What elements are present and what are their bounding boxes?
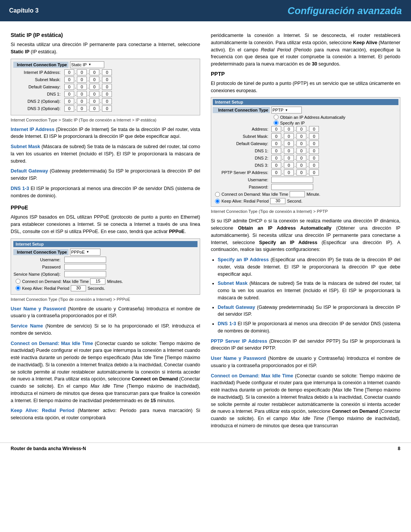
pptp-ip-4[interactable]: 0 xyxy=(309,126,319,132)
psm-3[interactable]: 0 xyxy=(296,133,306,139)
pptp-auto-radio[interactable] xyxy=(274,115,279,120)
internet-ip-term: Internet IP Address xyxy=(11,127,54,132)
d1-2[interactable]: 0 xyxy=(77,91,87,97)
pptp-type-label: Internet Connection Type xyxy=(213,107,270,113)
pd1-3[interactable]: 0 xyxy=(296,148,306,154)
psm-2[interactable]: 0 xyxy=(284,133,294,139)
pptp-server-row: PPTP Server IP Address: 0. 0. 0. 0 xyxy=(213,169,398,176)
psm-4[interactable]: 0 xyxy=(309,133,319,139)
pgw-1[interactable]: 0 xyxy=(271,141,281,147)
gateway-label: Default Gateway: xyxy=(13,85,63,89)
dns3-label: DNS 3 (Optional): xyxy=(13,106,63,111)
pptp-cod-value[interactable] xyxy=(290,191,305,197)
pppoe-password-input[interactable] xyxy=(64,264,106,270)
pppoe-service-input[interactable] xyxy=(64,271,106,277)
pd2-1[interactable]: 0 xyxy=(271,155,281,161)
pptp-ka-unit: Second. xyxy=(287,199,302,203)
pd1-1[interactable]: 0 xyxy=(271,148,281,154)
d3-1[interactable]: 0 xyxy=(64,105,74,112)
d2-1[interactable]: 0 xyxy=(64,98,74,104)
pppoe-ka-value[interactable]: 30 xyxy=(71,285,86,291)
ps-4[interactable]: 0 xyxy=(309,169,319,176)
static-ip-type-row: Internet Connection Type Static IP xyxy=(13,61,198,68)
ip-octet-1[interactable]: 0 xyxy=(64,69,74,75)
pptp-ip-3[interactable]: 0 xyxy=(296,126,306,132)
pppoe-intro: Algunos ISP basados en DSL utilizan PPPo… xyxy=(11,214,200,235)
d3-4[interactable]: 0 xyxy=(102,105,112,112)
pd3-2[interactable]: 0 xyxy=(284,162,294,168)
pgw-4[interactable]: 0 xyxy=(309,141,319,147)
pptp-form: Internet Setup Internet Connection Type … xyxy=(211,97,400,207)
pd3-3[interactable]: 0 xyxy=(296,162,306,168)
pppoe-username-input[interactable] xyxy=(64,257,106,263)
pgw-3[interactable]: 0 xyxy=(296,141,306,147)
pppoe-keepalive-desc: Keep Alive: Redial Period (Mantener acti… xyxy=(11,407,200,422)
d2-2[interactable]: 0 xyxy=(77,98,87,104)
ps-3[interactable]: 0 xyxy=(296,169,306,176)
gw-3[interactable]: 0 xyxy=(89,84,99,90)
d2-4[interactable]: 0 xyxy=(102,98,112,104)
gw-1[interactable]: 0 xyxy=(64,84,74,90)
pd2-3[interactable]: 0 xyxy=(296,155,306,161)
specify-bold: Specify an IP Address xyxy=(259,240,317,245)
pptp-ip-1[interactable]: 0 xyxy=(271,126,281,132)
pd2-4[interactable]: 0 xyxy=(309,155,319,161)
pd3-4[interactable]: 0 xyxy=(309,162,319,168)
connection-type-select[interactable]: Static IP xyxy=(70,61,104,68)
pptp-gw-label: Default Gateway: xyxy=(213,141,270,146)
bullet-gateway-term: Default Gateway xyxy=(218,305,255,310)
pppoe-ka-radio[interactable] xyxy=(16,286,21,291)
sm-4[interactable]: 0 xyxy=(102,77,112,83)
ps-1[interactable]: 0 xyxy=(271,169,281,176)
d1-4[interactable]: 0 xyxy=(102,91,112,97)
pptp-connect-term: Connect on Demand: Max Idle Time xyxy=(211,373,293,379)
pptp-dns2-inputs: 0. 0. 0. 0 xyxy=(271,155,319,161)
pppoe-section: PPPoE Algunos ISP basados en DSL utiliza… xyxy=(11,204,200,422)
pptp-dns1-inputs: 0. 0. 0. 0 xyxy=(271,148,319,154)
pptp-specify-radio[interactable] xyxy=(274,120,279,125)
pptp-dns3-inputs: 0. 0. 0. 0 xyxy=(271,162,319,168)
pptp-cod-radio[interactable] xyxy=(215,192,220,197)
pptp-caption: Internet Connection Type (Tipo de conexi… xyxy=(211,209,400,214)
sm-3[interactable]: 0 xyxy=(89,77,99,83)
pd3-1[interactable]: 0 xyxy=(271,162,281,168)
gw-2[interactable]: 0 xyxy=(77,84,87,90)
gw-4[interactable]: 0 xyxy=(102,84,112,90)
pppoe-service-row: Service Name (Optional): xyxy=(13,271,198,277)
ip-octet-4[interactable]: 0 xyxy=(102,69,112,75)
d1-1[interactable]: 0 xyxy=(64,91,74,97)
static-ip-section: Static IP (IP estática) Si necesita util… xyxy=(11,32,200,199)
pppoe-type-select[interactable]: PPPoE xyxy=(70,249,100,256)
d3-3[interactable]: 0 xyxy=(89,105,99,112)
pptp-bullets: Specify an IP Address (Especificar una d… xyxy=(218,256,400,335)
pptp-ip-2[interactable]: 0 xyxy=(284,126,294,132)
ip-octet-2[interactable]: 0 xyxy=(77,69,87,75)
pptp-password-input[interactable] xyxy=(271,184,313,190)
d3-2[interactable]: 0 xyxy=(77,105,87,112)
pptp-ka-row: Keep Alive: Redial Period 30 Second. xyxy=(215,198,398,204)
pptp-type-select[interactable]: PPTP xyxy=(271,107,302,113)
sm-1[interactable]: 0 xyxy=(64,77,74,83)
left-column: Static IP (IP estática) Si necesita util… xyxy=(11,32,200,435)
ip-octet-3[interactable]: 0 xyxy=(89,69,99,75)
d2-3[interactable]: 0 xyxy=(89,98,99,104)
sm-2[interactable]: 0 xyxy=(77,77,87,83)
pptp-ka-radio[interactable] xyxy=(215,199,220,204)
pppoe-cod-value[interactable]: 15 xyxy=(90,278,105,284)
pptp-username-input[interactable] xyxy=(271,177,313,183)
pd1-4[interactable]: 0 xyxy=(309,148,319,154)
bullet-dns: DNS 1-3 El ISP le proporcionará al menos… xyxy=(218,320,400,335)
pppoe-cod-row: Connect on Demand: Max Idle Time 15 Minu… xyxy=(16,278,198,284)
pgw-2[interactable]: 0 xyxy=(284,141,294,147)
pptp-ka-value[interactable]: 30 xyxy=(270,198,285,204)
pptp-server-desc: PPTP Server IP Address (Dirección IP del… xyxy=(211,338,400,352)
pptp-specify-label: Specify an IP xyxy=(280,121,305,125)
psm-1[interactable]: 0 xyxy=(271,133,281,139)
pppoe-cod-radio[interactable] xyxy=(16,279,21,284)
dns-term: DNS 1-3 xyxy=(11,186,29,191)
pd1-2[interactable]: 0 xyxy=(284,148,294,154)
right-continued-text: periódicamente la conexión a Internet. S… xyxy=(211,32,400,68)
d1-3[interactable]: 0 xyxy=(89,91,99,97)
pd2-2[interactable]: 0 xyxy=(284,155,294,161)
ps-2[interactable]: 0 xyxy=(284,169,294,176)
